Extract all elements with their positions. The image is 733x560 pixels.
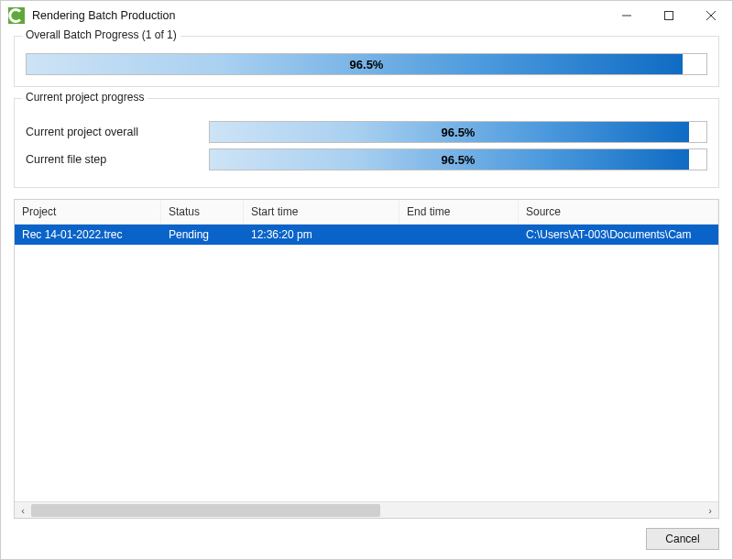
current-file-progress-bar: 96.5%: [209, 148, 707, 170]
cell-endtime: [399, 226, 519, 243]
table-row[interactable]: Rec 14-01-2022.trec Pending 12:36:20 pm …: [15, 225, 718, 245]
scroll-track[interactable]: [31, 504, 702, 517]
overall-progress-bar: 96.5%: [26, 53, 707, 75]
column-header-status[interactable]: Status: [161, 200, 244, 224]
current-progress-group: Current project progress Current project…: [14, 98, 719, 188]
overall-progress-group: Overall Batch Progress (1 of 1) 96.5%: [14, 36, 719, 87]
maximize-button[interactable]: [648, 1, 690, 30]
svg-rect-3: [665, 12, 673, 20]
window-controls: [606, 1, 732, 30]
cell-source: C:\Users\AT-003\Documents\Cam: [519, 226, 718, 243]
column-header-endtime[interactable]: End time: [399, 200, 519, 224]
cell-starttime: 12:36:20 pm: [244, 226, 399, 243]
column-header-project[interactable]: Project: [15, 200, 161, 224]
close-button[interactable]: [690, 1, 732, 30]
project-list-header: Project Status Start time End time Sourc…: [15, 200, 718, 225]
current-overall-label: Current project overall: [26, 126, 209, 138]
app-icon: [8, 7, 25, 24]
current-overall-progress-percent: 96.5%: [210, 122, 706, 142]
current-file-progress-percent: 96.5%: [210, 149, 706, 170]
footer: Cancel: [14, 519, 719, 550]
minimize-button[interactable]: [606, 1, 648, 30]
project-list-body: Rec 14-01-2022.trec Pending 12:36:20 pm …: [15, 225, 718, 501]
overall-progress-percent: 96.5%: [27, 54, 706, 74]
cancel-button[interactable]: Cancel: [646, 528, 719, 550]
horizontal-scrollbar[interactable]: ‹ ›: [15, 501, 718, 518]
titlebar: Rendering Batch Production: [1, 1, 732, 30]
column-header-source[interactable]: Source: [519, 200, 718, 224]
column-header-starttime[interactable]: Start time: [244, 200, 399, 224]
overall-progress-legend: Overall Batch Progress (1 of 1): [22, 28, 181, 41]
current-progress-legend: Current project progress: [22, 91, 148, 104]
current-overall-progress-bar: 96.5%: [209, 121, 707, 143]
cell-project: Rec 14-01-2022.trec: [15, 226, 161, 243]
project-list: Project Status Start time End time Sourc…: [14, 199, 719, 519]
current-file-label: Current file step: [26, 153, 209, 166]
scroll-left-icon[interactable]: ‹: [15, 502, 31, 519]
rendering-batch-window: Rendering Batch Production Overall Batch…: [0, 0, 733, 560]
window-title: Rendering Batch Production: [32, 9, 175, 22]
scroll-right-icon[interactable]: ›: [702, 502, 718, 519]
cell-status: Pending: [161, 226, 244, 243]
scroll-thumb[interactable]: [31, 504, 380, 517]
